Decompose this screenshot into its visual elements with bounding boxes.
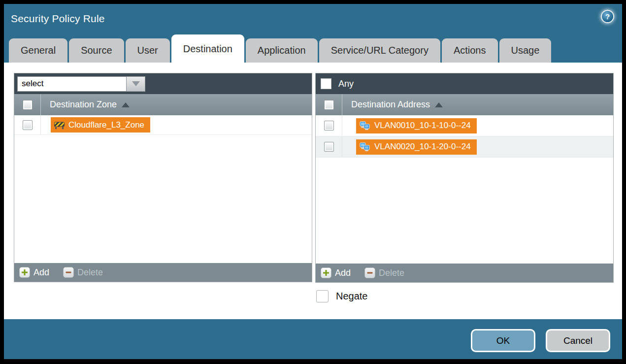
negate-option: Negate bbox=[316, 290, 368, 302]
title-bar: Security Policy Rule ? bbox=[4, 4, 622, 34]
zone-row-checkbox-cell bbox=[14, 115, 41, 134]
zone-toolbar bbox=[14, 73, 312, 94]
address-chip-label: VLAN0020_10-1-20-0--24 bbox=[374, 142, 471, 152]
tab-user[interactable]: User bbox=[126, 38, 170, 63]
address-toolbar: Any bbox=[316, 73, 613, 94]
zone-add-label: Add bbox=[33, 267, 49, 278]
address-select-all-checkbox[interactable] bbox=[324, 100, 334, 110]
address-delete-button[interactable]: Delete bbox=[364, 267, 404, 278]
plus-icon bbox=[19, 267, 30, 278]
zone-column-header[interactable]: Destination Zone bbox=[14, 94, 312, 115]
address-icon bbox=[360, 121, 370, 130]
any-wrap: Any bbox=[319, 78, 354, 89]
zone-delete-button[interactable]: Delete bbox=[63, 267, 103, 278]
tab-general[interactable]: General bbox=[9, 38, 67, 63]
sort-ascending-icon bbox=[435, 102, 443, 107]
zone-chip-label: Cloudflare_L3_Zone bbox=[68, 120, 144, 130]
security-policy-rule-dialog: Security Policy Rule ? General Source Us… bbox=[4, 4, 622, 359]
zone-panel-footer: Add Delete bbox=[14, 263, 312, 282]
minus-icon bbox=[63, 267, 74, 278]
cancel-button[interactable]: Cancel bbox=[546, 329, 610, 352]
zone-select-combo bbox=[17, 76, 145, 92]
address-row-checkbox[interactable] bbox=[324, 142, 334, 152]
address-row-checkbox-cell bbox=[316, 115, 342, 136]
tab-destination[interactable]: Destination bbox=[171, 34, 244, 63]
zone-delete-label: Delete bbox=[77, 267, 103, 278]
zone-add-button[interactable]: Add bbox=[19, 267, 49, 278]
minus-icon bbox=[364, 267, 375, 278]
address-add-button[interactable]: Add bbox=[321, 267, 351, 278]
address-chip-label: VLAN0010_10-1-10-0--24 bbox=[374, 121, 471, 131]
zone-list: Cloudflare_L3_Zone bbox=[14, 115, 312, 263]
sort-ascending-icon bbox=[122, 102, 130, 107]
ok-button[interactable]: OK bbox=[471, 329, 535, 352]
zone-column-label: Destination Zone bbox=[50, 99, 117, 110]
address-row-checkbox[interactable] bbox=[324, 121, 334, 131]
address-row-checkbox-cell bbox=[316, 136, 342, 157]
zone-select-all-checkbox[interactable] bbox=[23, 100, 33, 110]
tab-content-destination: Destination Zone bbox=[4, 63, 622, 319]
zone-row[interactable]: Cloudflare_L3_Zone bbox=[14, 115, 312, 135]
address-selectall-cell bbox=[316, 94, 342, 115]
plus-icon bbox=[321, 267, 331, 278]
address-column-title[interactable]: Destination Address bbox=[351, 99, 443, 110]
help-icon[interactable]: ? bbox=[601, 10, 614, 23]
zone-selectall-cell bbox=[14, 94, 41, 115]
dialog-footer: OK Cancel bbox=[4, 319, 622, 364]
destination-zone-panel: Destination Zone bbox=[14, 73, 312, 282]
zone-chip[interactable]: Cloudflare_L3_Zone bbox=[51, 117, 150, 132]
destination-address-panel: Any Destination Address bbox=[315, 73, 614, 283]
address-row[interactable]: VLAN0010_10-1-10-0--24 bbox=[316, 115, 613, 136]
dialog-title: Security Policy Rule bbox=[11, 13, 105, 25]
address-column-header[interactable]: Destination Address bbox=[316, 94, 613, 115]
zone-icon bbox=[54, 121, 65, 129]
address-icon bbox=[360, 142, 370, 151]
address-delete-label: Delete bbox=[379, 268, 404, 278]
tab-bar: General Source User Destination Applicat… bbox=[4, 34, 622, 63]
tab-actions[interactable]: Actions bbox=[442, 38, 498, 63]
address-row[interactable]: VLAN0020_10-1-20-0--24 bbox=[316, 136, 613, 158]
address-chip[interactable]: VLAN0010_10-1-10-0--24 bbox=[356, 118, 477, 133]
any-label: Any bbox=[338, 79, 354, 89]
address-panel-footer: Add Delete bbox=[316, 264, 613, 282]
tab-usage[interactable]: Usage bbox=[499, 38, 552, 63]
tab-source[interactable]: Source bbox=[69, 38, 124, 63]
address-chip[interactable]: VLAN0020_10-1-20-0--24 bbox=[356, 139, 477, 155]
chevron-down-icon bbox=[132, 81, 140, 86]
tab-service-url-category[interactable]: Service/URL Category bbox=[319, 38, 440, 63]
tab-application[interactable]: Application bbox=[246, 38, 318, 63]
zone-row-checkbox[interactable] bbox=[23, 120, 33, 130]
zone-select-input[interactable] bbox=[17, 76, 127, 92]
any-checkbox[interactable] bbox=[321, 78, 331, 89]
negate-label: Negate bbox=[336, 291, 368, 302]
address-column-label: Destination Address bbox=[351, 99, 430, 110]
negate-checkbox[interactable] bbox=[316, 290, 329, 302]
address-add-label: Add bbox=[335, 268, 351, 278]
zone-column-title[interactable]: Destination Zone bbox=[50, 99, 130, 110]
address-list: VLAN0010_10-1-10-0--24 bbox=[316, 115, 613, 264]
zone-select-dropdown-button[interactable] bbox=[127, 76, 145, 92]
